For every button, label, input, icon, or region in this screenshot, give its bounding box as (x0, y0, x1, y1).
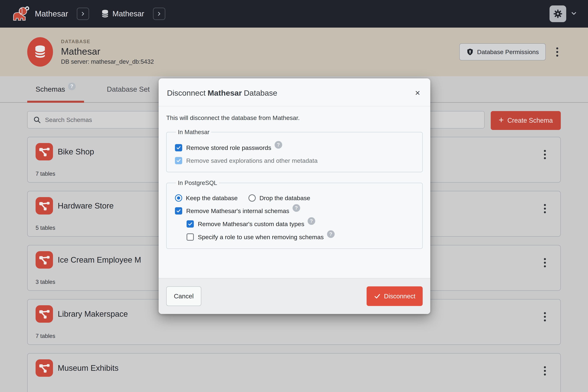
modal-body: This will disconnect the database from M… (158, 106, 430, 278)
specify-role-label: Specify a role to use when removing sche… (198, 234, 324, 241)
modal-intro-text: This will disconnect the database from M… (166, 114, 423, 122)
check-icon (374, 293, 381, 300)
tab-schemas[interactable]: Schemas ? (27, 76, 84, 102)
schema-icon (36, 251, 53, 268)
specify-role-option[interactable]: Specify a role to use when removing sche… (175, 233, 414, 241)
schema-actions-menu[interactable] (541, 364, 548, 378)
drop-database-label: Drop the database (259, 194, 310, 202)
create-schema-button[interactable]: + Create Schema (491, 111, 561, 130)
chevron-right-icon (80, 11, 86, 17)
disconnect-button[interactable]: Disconnect (366, 286, 423, 306)
schema-card-museum-exhibits[interactable]: Museum Exhibits (27, 353, 561, 392)
cancel-button[interactable]: Cancel (166, 286, 201, 306)
breadcrumb-expand-button[interactable] (77, 8, 89, 20)
keep-database-radio-selected[interactable] (175, 194, 182, 202)
schema-name: Ice Cream Employee M (58, 255, 141, 264)
schema-name: Hardware Store (58, 201, 114, 210)
brand-name[interactable]: Mathesar (35, 9, 68, 18)
schema-name: Library Makerspace (58, 310, 128, 318)
modal-title: DisconnectMathesarDatabase (167, 88, 277, 98)
in-mathesar-group: In Mathesar Remove stored role passwords… (166, 129, 423, 172)
database-permissions-button[interactable]: Database Permissions (459, 43, 546, 60)
remove-metadata-option: Remove saved explorations and other meta… (175, 157, 414, 164)
check-icon (176, 158, 181, 163)
db-server-info: DB server: mathesar_dev_db:5432 (61, 58, 154, 65)
schema-icon (36, 197, 53, 214)
remove-internal-schemas-option[interactable]: Remove Mathesar's internal schemas ? (175, 207, 414, 215)
remove-custom-types-label: Remove Mathesar's custom data types (198, 220, 304, 228)
schema-actions-menu[interactable] (541, 147, 548, 162)
plus-icon: + (499, 116, 504, 124)
remove-internal-schemas-checkbox-checked[interactable] (175, 207, 182, 214)
remove-custom-types-checkbox-checked[interactable] (186, 220, 194, 228)
page-title: Mathesar (61, 46, 154, 57)
mathesar-elephant-logo[interactable] (10, 4, 30, 23)
database-fate-radio-group: Keep the database Drop the database (175, 194, 414, 202)
schema-actions-menu[interactable] (541, 256, 548, 270)
search-icon (33, 116, 41, 124)
remove-metadata-checkbox-checked-disabled (175, 157, 182, 164)
disconnect-label: Disconnect (384, 292, 416, 300)
schema-actions-menu[interactable] (541, 310, 548, 324)
remove-passwords-option[interactable]: Remove stored role passwords ? (175, 144, 414, 152)
chevron-down-icon (570, 10, 578, 17)
keep-database-label: Keep the database (186, 194, 238, 202)
remove-internal-schemas-label: Remove Mathesar's internal schemas (186, 208, 289, 214)
top-navbar: Mathesar Mathesar (0, 0, 588, 28)
schema-table-count: 5 tables (36, 225, 55, 231)
schema-table-count: 7 tables (36, 170, 55, 177)
check-icon (176, 208, 181, 214)
remove-metadata-label: Remove saved explorations and other meta… (186, 157, 318, 164)
schema-table-count: 3 tables (36, 279, 55, 285)
check-icon (188, 222, 193, 226)
remove-passwords-label: Remove stored role passwords (186, 144, 271, 151)
check-icon (176, 145, 181, 150)
close-icon[interactable]: × (413, 88, 422, 98)
schema-icon (36, 305, 53, 323)
shield-lock-icon (466, 48, 474, 56)
database-actions-menu[interactable] (554, 45, 561, 59)
help-icon[interactable]: ? (308, 217, 315, 225)
modal-header: DisconnectMathesarDatabase × (158, 78, 430, 106)
entity-kicker: DATABASE (61, 39, 154, 44)
disconnect-database-modal: DisconnectMathesarDatabase × This will d… (158, 78, 430, 314)
database-icon (100, 9, 110, 18)
help-icon[interactable]: ? (327, 230, 335, 238)
tab-database-settings-label: Database Set (107, 85, 150, 93)
drop-database-option[interactable]: Drop the database (248, 194, 310, 202)
schema-icon (36, 143, 53, 160)
breadcrumb-database[interactable]: Mathesar (100, 9, 144, 18)
in-postgresql-legend: In PostgreSQL (176, 180, 219, 186)
breadcrumb-database-label: Mathesar (112, 10, 144, 18)
drop-database-radio[interactable] (248, 194, 256, 202)
keep-database-option[interactable]: Keep the database (175, 194, 238, 202)
schemas-help-icon[interactable]: ? (68, 82, 76, 90)
specify-role-checkbox-unchecked[interactable] (186, 234, 194, 241)
schema-table-count: 7 tables (36, 333, 55, 339)
in-mathesar-legend: In Mathesar (176, 129, 211, 136)
tab-database-settings[interactable]: Database Set (98, 76, 158, 102)
database-avatar (27, 37, 53, 66)
create-schema-label: Create Schema (508, 117, 553, 124)
help-icon[interactable]: ? (292, 204, 300, 212)
user-menu-caret[interactable] (570, 10, 578, 18)
chevron-right-icon (156, 11, 162, 17)
tab-schemas-label: Schemas (36, 85, 65, 93)
schema-icon (36, 359, 53, 377)
database-icon (32, 44, 48, 60)
remove-custom-types-option[interactable]: Remove Mathesar's custom data types ? (175, 220, 414, 228)
settings-menu-button[interactable] (550, 6, 566, 22)
schema-name: Bike Shop (58, 147, 94, 156)
modal-footer: Cancel Disconnect (158, 278, 430, 314)
help-icon[interactable]: ? (274, 141, 282, 149)
breadcrumb-expand-button-2[interactable] (153, 8, 165, 20)
schema-actions-menu[interactable] (541, 202, 548, 216)
in-postgresql-group: In PostgreSQL Keep the database Drop the… (166, 180, 423, 249)
database-permissions-label: Database Permissions (477, 48, 539, 56)
gear-icon (553, 9, 563, 19)
database-header: DATABASE Mathesar DB server: mathesar_de… (0, 28, 588, 76)
remove-passwords-checkbox-checked[interactable] (175, 144, 182, 151)
schema-name: Museum Exhibits (58, 364, 118, 372)
